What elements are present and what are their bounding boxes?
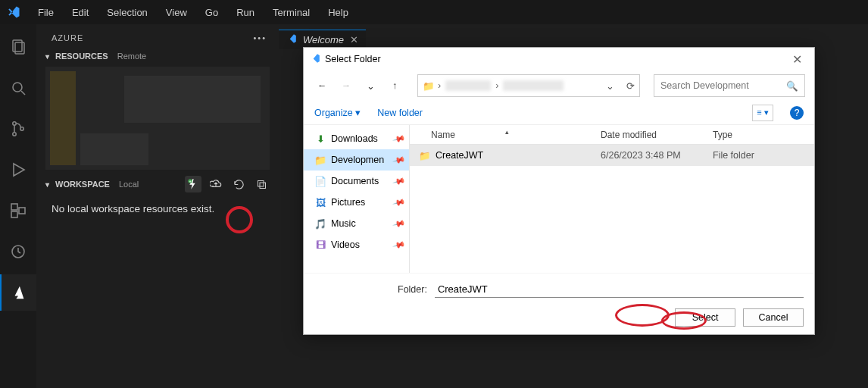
row-type: File folder	[713, 150, 814, 161]
source-control-icon[interactable]	[0, 111, 36, 147]
folder-field[interactable]	[435, 281, 804, 298]
collapse-icon[interactable]	[253, 176, 270, 192]
menu-edit[interactable]: Edit	[64, 4, 96, 21]
pin-icon: 📌	[392, 217, 407, 230]
menu-file[interactable]: File	[30, 4, 61, 21]
menu-help[interactable]: Help	[320, 4, 356, 21]
music-icon: 🎵	[314, 217, 326, 230]
cancel-button[interactable]: Cancel	[743, 308, 804, 327]
col-type[interactable]: Type	[713, 130, 814, 140]
list-header: Name▴ Date modified Type	[410, 125, 814, 145]
dialog-titlebar: Select Folder ✕	[304, 48, 814, 70]
menu-selection[interactable]: Selection	[99, 4, 155, 21]
nav-recent-icon[interactable]: ⌄	[361, 77, 379, 95]
nav-back-icon[interactable]: ←	[313, 77, 331, 95]
azure-icon[interactable]	[0, 274, 36, 311]
pin-icon: 📌	[392, 174, 407, 188]
select-button[interactable]: Select	[675, 308, 735, 327]
resources-label: RESOURCES	[55, 52, 108, 61]
menu-terminal[interactable]: Terminal	[265, 4, 317, 21]
vscode-logo-icon	[286, 33, 297, 46]
svg-point-6	[20, 127, 23, 130]
run-debug-icon[interactable]	[0, 152, 36, 188]
resources-section-header[interactable]: ▾ RESOURCES Remote	[36, 48, 279, 64]
panel-title: AZURE	[52, 33, 83, 42]
close-icon[interactable]: ✕	[786, 52, 808, 67]
tree-label: Pictures	[331, 197, 365, 208]
sort-asc-icon: ▴	[505, 128, 509, 136]
workspace-label: WORKSPACE	[55, 180, 110, 189]
svg-text:+: +	[189, 179, 191, 183]
row-date: 6/26/2023 3:48 PM	[601, 150, 713, 161]
search-input[interactable]: Search Development 🔍	[654, 74, 805, 97]
tree-item-pictures[interactable]: 🖼Pictures📌	[304, 192, 409, 213]
nav-up-icon[interactable]: ↑	[386, 77, 404, 95]
new-folder-button[interactable]: New folder	[377, 108, 423, 118]
organize-button[interactable]: Organize ▾	[314, 107, 361, 118]
pin-icon: 📌	[392, 153, 407, 167]
chevron-down-icon: ▾	[45, 52, 49, 61]
pin-icon: 📌	[392, 196, 407, 209]
help-icon[interactable]: ?	[790, 106, 804, 120]
workspace-section-header[interactable]: ▾ WORKSPACE Local +	[36, 173, 279, 196]
search-placeholder: Search Development	[660, 80, 749, 91]
nav-forward-icon[interactable]: →	[337, 77, 355, 95]
refresh-icon[interactable]: ⟳	[626, 80, 635, 92]
list-row[interactable]: 📁CreateJWT 6/26/2023 3:48 PM File folder	[410, 145, 814, 166]
folder-tree: ⬇Downloads📌 📁Developmen📌 📄Documents📌 🖼Pi…	[304, 125, 410, 273]
svg-point-4	[13, 122, 16, 125]
tree-item-documents[interactable]: 📄Documents📌	[304, 171, 409, 192]
explorer-icon[interactable]	[0, 29, 36, 65]
videos-icon: 🎞	[314, 239, 326, 251]
select-folder-dialog: Select Folder ✕ ← → ⌄ ↑ 📁 › › ⌄ ⟳ Search…	[303, 47, 815, 335]
dialog-title: Select Folder	[325, 54, 381, 64]
dialog-footer: Folder: Select Cancel	[304, 273, 814, 334]
vscode-logo-icon	[310, 53, 320, 66]
file-list: Name▴ Date modified Type 📁CreateJWT 6/26…	[410, 125, 814, 273]
download-icon: ⬇	[314, 133, 326, 145]
search-icon: 🔍	[786, 80, 798, 92]
tree-item-music[interactable]: 🎵Music📌	[304, 213, 409, 234]
pin-icon: 📌	[392, 132, 407, 146]
menu-go[interactable]: Go	[198, 4, 226, 21]
address-bar[interactable]: 📁 › › ⌄ ⟳	[417, 74, 640, 97]
dialog-toolbar: Organize ▾ New folder ≡ ▾ ?	[304, 101, 814, 125]
tree-label: Documents	[331, 176, 379, 186]
resources-placeholder	[45, 67, 270, 170]
tree-label: Developmen	[331, 155, 384, 165]
timeline-icon[interactable]	[0, 233, 36, 270]
extensions-icon[interactable]	[0, 192, 36, 229]
folder-icon: 📁	[423, 80, 435, 92]
create-function-icon[interactable]: +	[185, 176, 201, 192]
svg-point-5	[13, 133, 16, 136]
tree-item-downloads[interactable]: ⬇Downloads📌	[304, 128, 409, 149]
tree-label: Videos	[331, 239, 360, 250]
col-name[interactable]: Name▴	[410, 130, 601, 140]
search-icon[interactable]	[0, 70, 36, 106]
azure-panel: AZURE ••• ▾ RESOURCES Remote ▾ WORKSPACE…	[36, 24, 279, 388]
no-local-message: No local workspace resources exist.	[36, 196, 279, 222]
resources-sublabel: Remote	[117, 52, 147, 61]
refresh-icon[interactable]	[230, 176, 247, 192]
svg-marker-7	[14, 164, 24, 176]
svg-rect-9	[11, 211, 17, 217]
tree-label: Downloads	[331, 133, 378, 144]
folder-label: Folder:	[314, 284, 427, 295]
svg-rect-14	[258, 180, 264, 186]
tree-item-videos[interactable]: 🎞Videos📌	[304, 234, 409, 255]
menu-view[interactable]: View	[158, 4, 195, 21]
workspace-sublabel: Local	[119, 180, 139, 189]
menu-run[interactable]: Run	[229, 4, 262, 21]
chevron-down-icon[interactable]: ⌄	[606, 80, 614, 92]
dialog-nav: ← → ⌄ ↑ 📁 › › ⌄ ⟳ Search Development 🔍	[304, 70, 814, 101]
svg-rect-10	[19, 208, 25, 214]
deploy-icon[interactable]	[208, 176, 224, 192]
view-mode-button[interactable]: ≡ ▾	[752, 105, 773, 121]
panel-more-icon[interactable]: •••	[253, 33, 267, 42]
row-name: CreateJWT	[436, 150, 483, 161]
highlight-ellipse	[615, 304, 670, 327]
close-icon[interactable]: ✕	[350, 34, 358, 45]
tree-item-development[interactable]: 📁Developmen📌	[304, 149, 409, 171]
col-date[interactable]: Date modified	[601, 130, 713, 140]
svg-rect-15	[260, 183, 266, 189]
